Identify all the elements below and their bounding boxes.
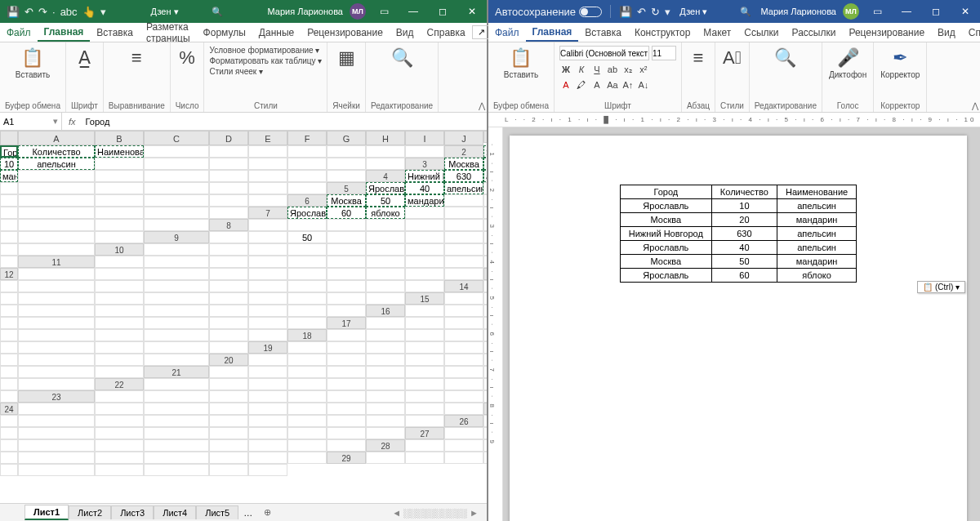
menu-рецензирование[interactable]: Рецензирование bbox=[842, 23, 931, 42]
cell-styles[interactable]: Стили ячеек ▾ bbox=[209, 67, 263, 76]
row-3[interactable]: 3 bbox=[405, 158, 444, 170]
cell-G10[interactable] bbox=[405, 243, 444, 256]
cell-A27[interactable] bbox=[444, 427, 483, 439]
cell-C13[interactable] bbox=[95, 280, 144, 292]
cell-J16[interactable] bbox=[287, 317, 327, 329]
row-10[interactable]: 10 bbox=[95, 243, 144, 256]
close-icon[interactable]: ✕ bbox=[461, 6, 483, 17]
cell-B6[interactable]: 50 bbox=[366, 194, 405, 207]
cell-G26[interactable] bbox=[248, 427, 287, 439]
editor-button[interactable]: ✒ Корректор bbox=[879, 46, 921, 81]
cell-G4[interactable] bbox=[144, 182, 209, 194]
sheets-more[interactable]: … bbox=[238, 508, 257, 518]
cell-J4[interactable] bbox=[287, 182, 327, 194]
cell-I5[interactable] bbox=[209, 194, 248, 207]
cell-I12[interactable] bbox=[405, 268, 444, 280]
cell-I22[interactable] bbox=[483, 378, 487, 390]
cell-B17[interactable] bbox=[405, 317, 444, 329]
bold-button[interactable]: Ж bbox=[559, 63, 572, 76]
cell-B9[interactable] bbox=[248, 231, 287, 243]
cell-J21[interactable] bbox=[18, 378, 95, 390]
cell-F19[interactable] bbox=[483, 341, 487, 354]
undo-icon[interactable]: ↶ bbox=[637, 6, 646, 18]
row-11[interactable]: 11 bbox=[18, 256, 95, 268]
sheet-tab-Лист1[interactable]: Лист1 bbox=[24, 505, 69, 520]
sup-button[interactable]: x² bbox=[637, 63, 650, 76]
cell-B3[interactable]: 20 bbox=[483, 158, 487, 170]
row-16[interactable]: 16 bbox=[366, 305, 405, 317]
cell-C9[interactable]: 50 bbox=[287, 231, 327, 243]
table-cell[interactable]: апельсин bbox=[777, 199, 856, 213]
col-D[interactable]: D bbox=[209, 131, 248, 145]
cell-D26[interactable] bbox=[95, 427, 144, 439]
table-header[interactable]: Город bbox=[620, 185, 711, 199]
cell-B10[interactable] bbox=[209, 243, 248, 256]
name-box[interactable]: ▾ bbox=[0, 113, 62, 130]
cell-E28[interactable] bbox=[18, 452, 95, 464]
table-cell[interactable]: 60 bbox=[711, 269, 777, 283]
dictate-button[interactable]: 🎤 Диктофон bbox=[827, 46, 868, 81]
cell-F1[interactable] bbox=[248, 145, 287, 158]
cell-G28[interactable] bbox=[144, 452, 209, 464]
cell-F5[interactable] bbox=[18, 194, 95, 207]
cell-G19[interactable] bbox=[0, 354, 18, 366]
row-24[interactable]: 24 bbox=[0, 403, 18, 415]
menu-файл[interactable]: Файл bbox=[488, 23, 526, 42]
cell-F8[interactable] bbox=[444, 219, 483, 231]
case-button[interactable]: Aa bbox=[606, 78, 619, 91]
cell-F16[interactable] bbox=[95, 317, 144, 329]
menu-справка[interactable]: Справка bbox=[962, 23, 980, 42]
cell-A4[interactable]: Нижний Новгород bbox=[405, 170, 444, 182]
cell-D24[interactable] bbox=[209, 403, 248, 415]
toggle-icon[interactable] bbox=[579, 7, 602, 17]
cell-J10[interactable] bbox=[0, 256, 18, 268]
cell-G22[interactable] bbox=[405, 378, 444, 390]
table-cell[interactable]: апельсин bbox=[777, 227, 856, 241]
find-button[interactable]: 🔍 bbox=[390, 46, 415, 70]
cell-F14[interactable] bbox=[209, 292, 248, 305]
ribbon-options-icon[interactable]: ▭ bbox=[866, 6, 889, 17]
font-name-select[interactable] bbox=[559, 46, 649, 60]
cell-F13[interactable] bbox=[248, 280, 287, 292]
cell-C3[interactable]: мандарин bbox=[0, 170, 18, 182]
cell-I1[interactable] bbox=[366, 145, 405, 158]
cell-E21[interactable] bbox=[366, 366, 405, 378]
paste-options-badge[interactable]: (Ctrl) ▾ bbox=[917, 281, 965, 293]
cells-button[interactable]: ▦ bbox=[336, 46, 357, 70]
cell-D7[interactable] bbox=[405, 207, 444, 219]
cell-C11[interactable] bbox=[209, 256, 248, 268]
vertical-ruler[interactable]: · 1 · ı · 2 · ı · 3 · ı · 4 · ı · 5 · ı … bbox=[488, 127, 503, 521]
cell-J29[interactable] bbox=[248, 464, 287, 476]
ribbon-options-icon[interactable]: ▭ bbox=[372, 6, 395, 17]
cell-H9[interactable] bbox=[483, 231, 487, 243]
table-cell[interactable]: Ярославль bbox=[620, 199, 711, 213]
cell-A14[interactable] bbox=[483, 280, 487, 292]
cell-G20[interactable] bbox=[483, 354, 487, 366]
cell-E8[interactable] bbox=[405, 219, 444, 231]
cell-I25[interactable] bbox=[366, 415, 405, 427]
cell-C18[interactable] bbox=[405, 329, 444, 341]
cell-A25[interactable] bbox=[0, 415, 18, 427]
table-cell[interactable]: Нижний Новгород bbox=[620, 227, 711, 241]
cell-B21[interactable] bbox=[248, 366, 287, 378]
row-20[interactable]: 20 bbox=[209, 354, 248, 366]
row-9[interactable]: 9 bbox=[144, 231, 209, 243]
cell-F15[interactable] bbox=[144, 305, 209, 317]
cell-C5[interactable]: апельсин bbox=[444, 182, 483, 194]
menu-справка[interactable]: Справка bbox=[421, 23, 472, 42]
cell-D21[interactable] bbox=[327, 366, 366, 378]
clear-format-button[interactable]: A bbox=[590, 78, 604, 91]
close-icon[interactable]: ✕ bbox=[954, 6, 977, 17]
cell-B12[interactable] bbox=[95, 268, 144, 280]
cell-A7[interactable]: Ярославль bbox=[287, 207, 327, 219]
menu-разметка страницы[interactable]: Разметка страницы bbox=[140, 23, 197, 42]
cell-H24[interactable] bbox=[366, 403, 405, 415]
col-E[interactable]: E bbox=[248, 131, 287, 145]
maximize-icon[interactable]: ◻ bbox=[431, 6, 454, 17]
cell-I17[interactable] bbox=[209, 329, 248, 341]
sheet-tab-Лист2[interactable]: Лист2 bbox=[69, 505, 111, 519]
table-header[interactable]: Количество bbox=[711, 185, 777, 199]
cell-D27[interactable] bbox=[18, 439, 95, 452]
col-C[interactable]: C bbox=[144, 131, 209, 145]
cell-E16[interactable] bbox=[18, 317, 95, 329]
